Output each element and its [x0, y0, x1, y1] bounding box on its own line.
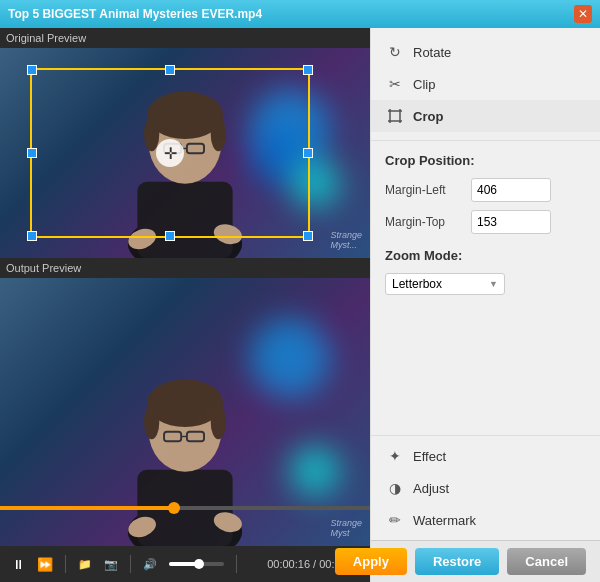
- tool-clip-label: Clip: [413, 77, 435, 92]
- crop-handle-tr[interactable]: [303, 65, 313, 75]
- left-panel: Original Preview: [0, 28, 370, 582]
- tool-effect-label: Effect: [413, 449, 446, 464]
- apply-button[interactable]: Apply: [335, 548, 407, 575]
- next-frame-button[interactable]: ⏩: [33, 555, 57, 574]
- close-button[interactable]: ✕: [574, 5, 592, 23]
- margin-top-spinbox[interactable]: ▲ ▼: [471, 210, 551, 234]
- play-pause-button[interactable]: ⏸: [8, 555, 29, 574]
- crop-position-title: Crop Position:: [385, 153, 586, 168]
- svg-point-17: [144, 405, 159, 439]
- tool-watermark-label: Watermark: [413, 513, 476, 528]
- zoom-mode-value: Letterbox: [392, 277, 442, 291]
- margin-left-spinbox[interactable]: ▲ ▼: [471, 178, 551, 202]
- open-file-button[interactable]: 📁: [74, 556, 96, 573]
- crop-handle-tm[interactable]: [165, 65, 175, 75]
- divider-1: [65, 555, 66, 573]
- top-tools: ↻ Rotate ✂ Clip: [371, 28, 600, 141]
- tool-crop[interactable]: Crop: [371, 100, 600, 132]
- progress-thumb[interactable]: [168, 502, 180, 514]
- zoom-dropdown-arrow: ▼: [489, 279, 498, 289]
- adjust-icon: ◑: [385, 478, 405, 498]
- volume-thumb[interactable]: [194, 559, 204, 569]
- cancel-button[interactable]: Cancel: [507, 548, 586, 575]
- footer-buttons: Apply Restore Cancel: [371, 540, 600, 582]
- main-content: Original Preview: [0, 28, 600, 582]
- zoom-mode-title: Zoom Mode:: [385, 248, 586, 263]
- zoom-mode-dropdown[interactable]: Letterbox ▼: [385, 273, 505, 295]
- volume-bar[interactable]: [169, 562, 224, 566]
- crop-handle-bl[interactable]: [27, 231, 37, 241]
- crop-handle-br[interactable]: [303, 231, 313, 241]
- margin-left-row: Margin-Left ▲ ▼: [385, 178, 586, 202]
- tool-rotate-label: Rotate: [413, 45, 451, 60]
- crop-handle-mr[interactable]: [303, 148, 313, 158]
- title-bar: Top 5 BIGGEST Animal Mysteries EVER.mp4 …: [0, 0, 600, 28]
- divider-3: [236, 555, 237, 573]
- move-cursor-icon: ✛: [156, 139, 184, 167]
- crop-settings-panel: Crop Position: Margin-Left ▲ ▼ Margin-To…: [371, 141, 600, 435]
- original-preview-label: Original Preview: [0, 28, 370, 48]
- restore-button[interactable]: Restore: [415, 548, 499, 575]
- crop-handle-bm[interactable]: [165, 231, 175, 241]
- margin-top-input[interactable]: [472, 212, 551, 232]
- divider-2: [130, 555, 131, 573]
- svg-point-18: [211, 405, 226, 439]
- output-preview: StrangeMyst: [0, 278, 370, 546]
- crop-handle-tl[interactable]: [27, 65, 37, 75]
- svg-rect-24: [390, 111, 400, 121]
- tool-clip[interactable]: ✂ Clip: [371, 68, 600, 100]
- progress-bar-fill: [0, 506, 174, 510]
- output-person-figure: [85, 346, 285, 546]
- margin-left-input[interactable]: [472, 180, 551, 200]
- original-preview: ✛ StrangeMyst...: [0, 48, 370, 258]
- watermark-icon: ✏: [385, 510, 405, 530]
- snapshot-button[interactable]: 📷: [100, 556, 122, 573]
- playback-controls: ⏸ ⏩ 📁 📷 🔊 00:00:16 / 00:05:39: [0, 546, 370, 582]
- rotate-icon: ↻: [385, 42, 405, 62]
- crop-handle-ml[interactable]: [27, 148, 37, 158]
- tool-adjust-label: Adjust: [413, 481, 449, 496]
- original-watermark: StrangeMyst...: [330, 230, 362, 250]
- output-preview-label: Output Preview: [0, 258, 370, 278]
- window-title: Top 5 BIGGEST Animal Mysteries EVER.mp4: [8, 7, 574, 21]
- effect-icon: ✦: [385, 446, 405, 466]
- margin-top-label: Margin-Top: [385, 215, 465, 229]
- progress-bar-track[interactable]: [0, 506, 370, 510]
- crop-overlay[interactable]: ✛: [30, 68, 310, 238]
- tool-crop-label: Crop: [413, 109, 443, 124]
- svg-rect-16: [149, 398, 221, 417]
- volume-fill: [169, 562, 199, 566]
- volume-button[interactable]: 🔊: [139, 556, 161, 573]
- output-glow-cyan: [290, 446, 340, 496]
- tool-adjust[interactable]: ◑ Adjust: [371, 472, 600, 504]
- tool-effect[interactable]: ✦ Effect: [371, 440, 600, 472]
- tool-rotate[interactable]: ↻ Rotate: [371, 36, 600, 68]
- bottom-tools: ✦ Effect ◑ Adjust ✏ Watermark: [371, 435, 600, 540]
- zoom-section: Zoom Mode: Letterbox ▼: [385, 248, 586, 295]
- margin-left-label: Margin-Left: [385, 183, 465, 197]
- right-panel: ↻ Rotate ✂ Clip: [370, 28, 600, 582]
- output-watermark: StrangeMyst: [330, 518, 362, 538]
- margin-top-row: Margin-Top ▲ ▼: [385, 210, 586, 234]
- crop-icon: [385, 106, 405, 126]
- clip-icon: ✂: [385, 74, 405, 94]
- tool-watermark[interactable]: ✏ Watermark: [371, 504, 600, 536]
